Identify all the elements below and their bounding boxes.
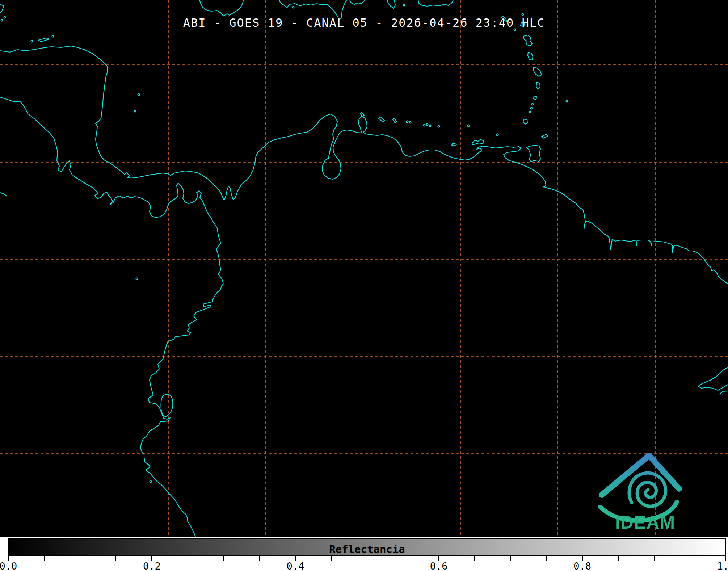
colorbar-tick — [654, 556, 655, 561]
islet-dot — [497, 134, 498, 136]
islet-dot — [138, 94, 140, 96]
colorbar-tick-label: 0.8 — [566, 560, 599, 571]
islet-dot — [403, 4, 405, 6]
coastline-amazon-mouth — [698, 367, 728, 394]
coastline-puna-island — [161, 394, 173, 416]
colorbar-tick — [510, 556, 511, 561]
colorbar-tick — [115, 556, 116, 561]
islet-dot — [522, 14, 524, 16]
map-canvas — [0, 0, 728, 537]
islet-dot — [424, 125, 425, 126]
colorbar-gradient: Reflectancia — [8, 538, 726, 556]
islet-dot — [531, 108, 533, 109]
islet-dot — [468, 125, 470, 127]
logo-hurricane-spiral — [629, 473, 666, 506]
colorbar-tick — [367, 556, 367, 561]
islet-dot — [150, 481, 152, 483]
coastline-bay-islands — [38, 38, 49, 42]
colorbar-tick-label: 1.0 — [710, 560, 728, 571]
islet-dot — [566, 101, 568, 102]
islet-dot — [136, 278, 138, 280]
colorbar-tick — [403, 556, 403, 561]
image-title: ABI - GOES 19 - CANAL 05 - 2026-04-26 23… — [0, 16, 728, 30]
small-islets — [1, 4, 568, 483]
latlon-gridlines — [0, 0, 728, 537]
ideam-logo-text: IDEAM — [609, 512, 681, 533]
islet-dot — [293, 7, 294, 8]
colorbar-tick — [331, 556, 332, 561]
colorbar-tick-label: 0.0 — [0, 560, 25, 571]
coastline-jamaica — [199, 0, 244, 16]
colorbar-label: Reflectancia — [9, 543, 725, 555]
islet-dot — [532, 104, 534, 105]
islet-dot — [429, 125, 431, 127]
colorbar-tick — [223, 556, 224, 561]
islet-dot — [426, 124, 428, 126]
colorbar-tick — [188, 556, 188, 561]
satellite-image-viewport: ABI - GOES 19 - CANAL 05 - 2026-04-26 23… — [0, 0, 728, 571]
islet-dot — [529, 111, 531, 113]
colorbar-tick — [44, 556, 45, 561]
ideam-logo-icon — [600, 455, 679, 521]
coastline-belize-corner — [0, 4, 4, 13]
colorbar-tick — [80, 556, 80, 561]
islet-dot — [134, 110, 136, 112]
colorbar-tick-label: 0.2 — [135, 560, 168, 571]
colorbar-tick — [259, 556, 260, 561]
colorbar-tick — [690, 556, 690, 561]
coastline-trinidad — [527, 145, 540, 162]
islet-dot — [407, 121, 408, 123]
colorbar: Reflectancia — [0, 537, 728, 571]
coastline-abc-islands — [360, 112, 456, 146]
colorbar-tick — [618, 556, 619, 561]
colorbar-tick — [474, 556, 475, 561]
islet-dot — [52, 35, 54, 37]
islet-dot — [409, 122, 411, 123]
coastline-lesser-antilles — [501, 16, 548, 138]
colorbar-tick-label: 0.4 — [279, 560, 312, 571]
coastline-puerto-rico — [418, 0, 453, 6]
coastline-margarita — [472, 139, 484, 145]
islet-dot — [31, 41, 33, 42]
coastline-left-edge-fragment — [0, 193, 7, 196]
coastline-pacific-south-america — [0, 97, 223, 537]
colorbar-tick — [546, 556, 547, 561]
coastline-central-america-caribbean — [0, 46, 728, 284]
islet-dot — [438, 126, 440, 127]
colorbar-tick-label: 0.6 — [422, 560, 455, 571]
